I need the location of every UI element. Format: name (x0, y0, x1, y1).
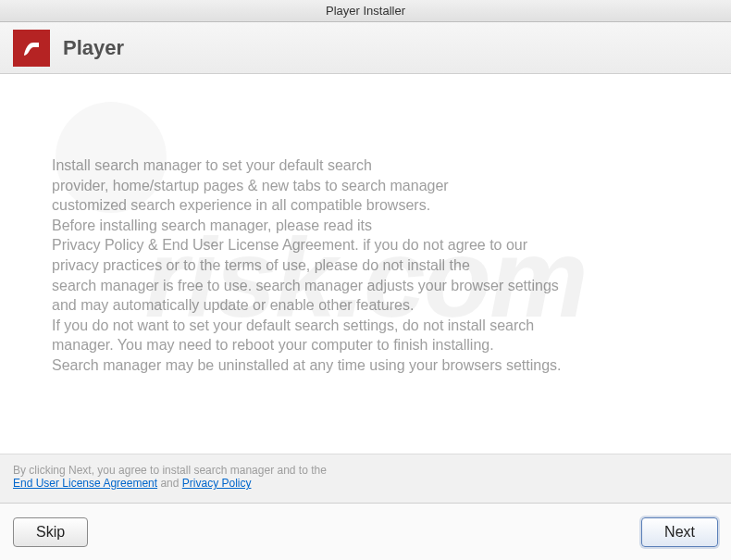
window-titlebar: Player Installer (0, 0, 731, 22)
agreement-bar: By clicking Next, you agree to install s… (0, 454, 731, 503)
body-line: Install search manager to set your defau… (52, 156, 679, 176)
body-line: search manager is free to use. search ma… (52, 276, 679, 296)
window-title: Player Installer (326, 4, 405, 18)
footer: Skip Next (0, 503, 731, 560)
body-line: manager. You may need to reboot your com… (52, 335, 679, 355)
body-line: Before installing search manager, please… (52, 216, 679, 236)
body-line: If you do not want to set your default s… (52, 316, 679, 336)
body-line: customized search experience in all comp… (52, 195, 679, 216)
skip-button[interactable]: Skip (13, 517, 88, 547)
eula-link[interactable]: End User License Agreement (13, 477, 157, 490)
body-line: and may automatically update or enable o… (52, 295, 679, 316)
body-line: provider, home/startup pages & new tabs … (52, 176, 679, 196)
agreement-and: and (157, 477, 182, 490)
body-line: Privacy Policy & End User License Agreem… (52, 235, 679, 255)
next-button[interactable]: Next (641, 517, 718, 547)
flash-player-icon (13, 30, 50, 67)
app-title: Player (63, 36, 124, 60)
agreement-text: By clicking Next, you agree to install s… (13, 464, 718, 477)
privacy-link[interactable]: Privacy Policy (182, 477, 252, 490)
body-line: Search manager may be uninstalled at any… (52, 355, 679, 376)
content-text: Install search manager to set your defau… (0, 74, 731, 394)
body-line: privacy practices or to the terms of use… (52, 255, 679, 276)
header: Player (0, 22, 731, 74)
